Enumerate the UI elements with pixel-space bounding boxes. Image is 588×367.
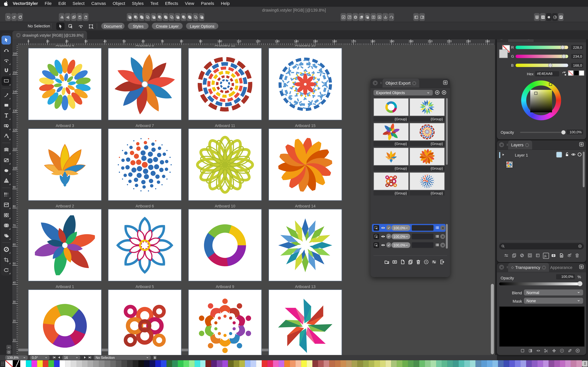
color-swatch[interactable] (577, 360, 582, 367)
download-icon[interactable] (153, 355, 157, 360)
bool8-button[interactable] (175, 13, 180, 21)
drop-into-button[interactable] (382, 13, 388, 21)
undo-button[interactable] (5, 13, 11, 21)
export-options-icon[interactable] (435, 225, 440, 230)
color-swatch[interactable] (346, 360, 352, 367)
pointer-tool[interactable] (1, 35, 11, 45)
color-swatch[interactable] (183, 360, 189, 367)
export-name-input[interactable] (412, 225, 433, 231)
export-name-input[interactable] (412, 242, 433, 248)
document-tab[interactable]: drawing6.vstyler [RGB] [@139.8%] (12, 31, 87, 39)
close-tab-icon[interactable] (412, 81, 416, 85)
palette-scroll-handle[interactable] (582, 361, 588, 367)
color-swatch[interactable] (414, 360, 419, 367)
color-swatch[interactable] (324, 360, 329, 367)
artboard-artboard-14[interactable] (268, 209, 342, 281)
hex-input[interactable]: #E4EAA8 (535, 71, 559, 76)
opacity-gradient-slider[interactable] (499, 283, 581, 285)
send-back-button[interactable] (364, 13, 370, 21)
export-rows-scrollbar[interactable] (446, 224, 448, 249)
transparency-flower-icon[interactable] (552, 348, 557, 353)
rotate-view-tool[interactable] (1, 265, 11, 275)
color-swatch[interactable] (447, 360, 453, 367)
sync-button[interactable] (17, 13, 23, 21)
transparency-panel-tab[interactable]: ◇ Transparency (508, 263, 549, 272)
color-swatch[interactable] (352, 360, 357, 367)
color-swatch[interactable] (99, 360, 104, 367)
chart-grid-tool[interactable] (1, 200, 11, 209)
close-tab-icon[interactable] (542, 265, 546, 269)
artboard-artboard-1[interactable] (28, 289, 102, 355)
selection-dropdown[interactable]: No Selection (94, 355, 151, 360)
swatch-registration[interactable] (13, 360, 20, 367)
select-object-icon[interactable] (373, 234, 379, 239)
transparency-scissors-icon[interactable] (544, 348, 549, 353)
layer-thumbnail[interactable] (506, 161, 513, 168)
layers-copy-doc-icon[interactable] (511, 253, 517, 258)
artboard-artboard-13[interactable] (268, 289, 342, 355)
color-swatch[interactable] (133, 360, 138, 367)
rot-l-button[interactable] (77, 13, 83, 21)
enabled-check-icon[interactable] (386, 242, 391, 248)
transparency-dash-circle-icon[interactable] (559, 348, 564, 353)
enabled-check-icon[interactable] (386, 234, 391, 239)
blob-tool[interactable] (1, 166, 11, 175)
opacity-slider-knob[interactable] (562, 130, 566, 134)
export-opacity-dropdown[interactable]: 100,0% (391, 234, 410, 239)
first-page-icon[interactable] (52, 355, 56, 359)
oe-export-arrow-icon[interactable] (439, 259, 445, 265)
dup-link-button[interactable] (71, 13, 77, 21)
color-swatch[interactable] (430, 360, 436, 367)
visibility-eye-icon[interactable] (380, 243, 385, 248)
channel-slider-knob[interactable] (561, 45, 565, 50)
edit-inside-button[interactable] (340, 13, 346, 21)
color-swatch[interactable] (166, 360, 172, 367)
oe-folder-plus-icon[interactable] (384, 259, 389, 265)
bool4-button[interactable] (151, 13, 156, 21)
color-swatch[interactable] (357, 360, 363, 367)
close-tab-icon[interactable] (16, 33, 20, 37)
oe-doc-icon[interactable] (400, 259, 405, 265)
layers-sliders-icon[interactable] (504, 253, 509, 258)
layer-name[interactable]: Layer 1 (515, 153, 528, 157)
color-swatch[interactable] (554, 360, 560, 367)
unlock-icon[interactable] (564, 152, 570, 157)
disclosure-triangle-icon[interactable] (502, 153, 505, 157)
export-name-input[interactable] (412, 234, 433, 239)
visibility-eye-icon[interactable] (380, 234, 385, 239)
fill-color-swatch[interactable] (499, 50, 508, 58)
color-swatch[interactable] (161, 360, 166, 367)
panel-left-button[interactable] (413, 13, 419, 21)
color-swatch[interactable] (402, 360, 408, 367)
add-export-icon[interactable] (435, 90, 440, 95)
pen-tool[interactable] (1, 91, 11, 100)
color-swatch[interactable] (121, 360, 127, 367)
shape-builder-tool[interactable] (1, 121, 11, 130)
color-swatch[interactable] (155, 360, 161, 367)
color-swatch[interactable] (127, 360, 133, 367)
rot-r-button[interactable] (83, 13, 88, 21)
zoom-level-dropdown[interactable]: 139,8% (5, 355, 28, 360)
channel-slider[interactable] (516, 55, 568, 58)
artboard-artboard-6[interactable] (108, 209, 182, 281)
panel-menu-icon[interactable] (579, 264, 584, 270)
close-panel-icon[interactable] (373, 81, 378, 85)
color-swatch[interactable] (408, 360, 414, 367)
color-swatch[interactable] (425, 360, 430, 367)
export-item-thumbnail[interactable] (373, 98, 409, 116)
view-outline-button[interactable] (552, 13, 558, 21)
view-placeholder-button[interactable] (534, 13, 540, 21)
color-swatch[interactable] (560, 360, 565, 367)
color-swatch[interactable] (262, 360, 268, 367)
remove-row-icon[interactable] (440, 234, 445, 239)
color-swatch[interactable] (290, 360, 295, 367)
color-swatch[interactable] (295, 360, 301, 367)
flip-h-button[interactable] (59, 13, 64, 21)
transparency-eye-icon[interactable] (536, 348, 541, 353)
artboard-artboard-8[interactable] (108, 48, 182, 120)
layers-frame-icon[interactable] (535, 253, 540, 258)
close-panel-icon[interactable] (499, 142, 504, 147)
layers-scrollbar[interactable] (583, 152, 585, 187)
appearance-tab[interactable]: Appearance (550, 263, 572, 272)
panel-menu-icon[interactable] (442, 80, 448, 85)
